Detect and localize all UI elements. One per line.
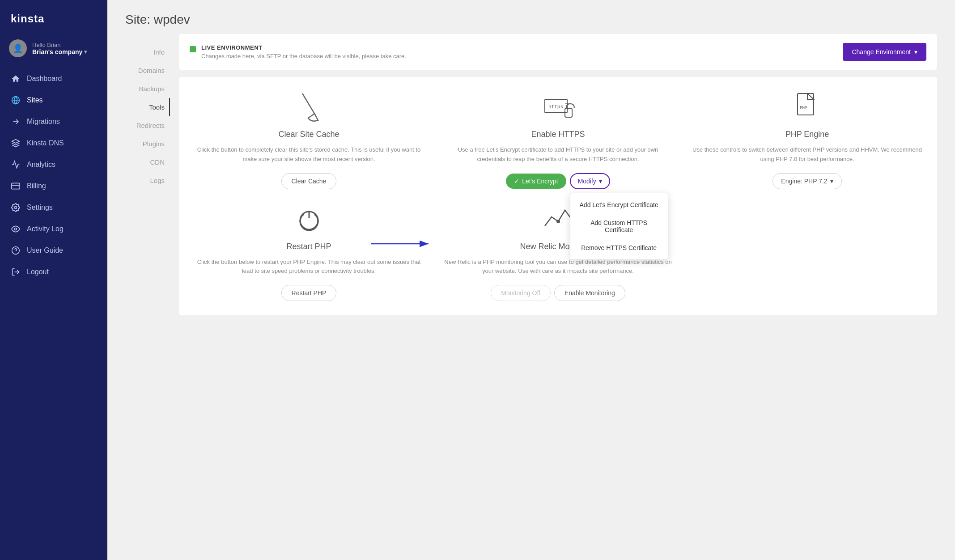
broom-icon [296,91,323,123]
main-nav: Dashboard Sites Migrations Kinsta DNS An… [0,68,107,560]
letsencrypt-button[interactable]: ✓ Let's Encrypt [506,174,566,189]
clear-cache-title: Clear Site Cache [278,130,339,139]
php-file-icon: PHP [794,91,821,123]
eye-icon [11,224,21,234]
clear-cache-desc: Click the button to completely clear thi… [194,145,424,164]
restart-php-button[interactable]: Restart PHP [281,285,337,301]
power-icon [296,204,323,235]
change-environment-button[interactable]: Change Environment ▾ [843,43,926,61]
cards-wrapper: LIVE ENVIRONMENT Changes made here, via … [179,34,937,315]
content-area: Info Domains Backups Tools Redirects Plu… [107,34,955,333]
logout-icon [11,267,21,277]
php-engine-actions: Engine: PHP 7.2 ▾ [772,173,841,189]
svg-text:PHP: PHP [800,106,807,110]
svg-line-8 [302,93,316,116]
dropdown-item-custom-https[interactable]: Add Custom HTTPS Certificate [570,214,668,239]
subnav-item-cdn[interactable]: CDN [125,153,170,171]
enable-monitoring-button[interactable]: Enable Monitoring [554,285,625,301]
sidebar-item-dashboard[interactable]: Dashboard [0,68,107,89]
tools-grid: Clear Site Cache Click the button to com… [190,91,926,301]
new-relic-desc: New Relic is a PHP monitoring tool you c… [443,258,673,276]
user-profile[interactable]: 👤 Hello Brian Brian's company ▾ [0,34,107,68]
dropdown-item-remove-https[interactable]: Remove HTTPS Certificate [570,239,668,257]
php-engine-desc: Use these controls to switch between dif… [692,145,922,164]
main-content: Site: wpdev Info Domains Backups Tools R… [107,0,955,560]
modify-dropdown-container: Modify ▾ Add Let's Encrypt Certificate A… [570,173,610,189]
chevron-down-icon: ▾ [914,48,917,55]
page-title: Site: wpdev [107,0,955,34]
env-info: LIVE ENVIRONMENT Changes made here, via … [190,44,406,59]
enable-https-actions: ✓ Let's Encrypt Modify ▾ Add Let's Encry… [506,173,610,189]
php-engine-button[interactable]: Engine: PHP 7.2 ▾ [772,173,841,189]
svg-rect-1 [12,183,20,189]
check-icon: ✓ [514,178,519,185]
clear-cache-card: Clear Site Cache Click the button to com… [190,91,428,189]
globe-icon [11,95,21,105]
enable-https-title: Enable HTTPS [531,130,585,139]
avatar: 👤 [9,39,27,57]
monitoring-icon [543,204,574,235]
restart-php-title: Restart PHP [286,242,331,251]
subnav-item-domains[interactable]: Domains [125,61,170,80]
gear-icon [11,203,21,212]
chart-icon [11,160,21,170]
tools-container: Clear Site Cache Click the button to com… [179,77,937,315]
user-company: Brian's company ▾ [32,48,98,55]
php-engine-card: PHP PHP Engine Use these controls to swi… [688,91,926,189]
subnav-item-redirects[interactable]: Redirects [125,116,170,135]
sidebar-item-activity-log[interactable]: Activity Log [0,218,107,240]
env-description: Changes made here, via SFTP or the datab… [201,53,406,59]
chevron-down-icon: ▾ [830,178,833,185]
sidebar-item-billing[interactable]: Billing [0,175,107,197]
dropdown-item-letsencrypt[interactable]: Add Let's Encrypt Certificate [570,196,668,214]
subnav-item-tools[interactable]: Tools [125,98,170,116]
sidebar-item-logout[interactable]: Logout [0,261,107,283]
subnav-item-plugins[interactable]: Plugins [125,135,170,153]
svg-point-3 [15,207,17,209]
brand-logo: kinsta [0,0,107,34]
subnav-item-backups[interactable]: Backups [125,80,170,98]
restart-php-actions: Restart PHP [281,285,337,301]
chevron-down-icon: ▾ [84,49,87,55]
restart-php-card: Restart PHP Click the button below to re… [190,204,428,301]
subnav-item-logs[interactable]: Logs [125,171,170,190]
svg-text:https: https [548,104,563,110]
monitoring-off-button[interactable]: Monitoring Off [491,285,551,301]
user-info: Hello Brian Brian's company ▾ [32,42,98,55]
php-engine-title: PHP Engine [785,130,829,139]
enable-https-desc: Use a free Let's Encrypt certificate to … [443,145,673,164]
subnav-item-info[interactable]: Info [125,43,170,61]
sidebar-item-settings[interactable]: Settings [0,197,107,218]
arrow-right-icon [11,117,21,127]
sidebar: kinsta 👤 Hello Brian Brian's company ▾ D… [0,0,107,560]
sidebar-item-kinsta-dns[interactable]: Kinsta DNS [0,132,107,154]
svg-point-17 [557,220,560,223]
svg-point-4 [15,228,17,230]
env-banner: LIVE ENVIRONMENT Changes made here, via … [179,34,937,70]
sidebar-item-sites[interactable]: Sites [0,89,107,111]
modify-button[interactable]: Modify ▾ [570,173,610,189]
user-greeting: Hello Brian [32,42,98,48]
sub-nav: Info Domains Backups Tools Redirects Plu… [125,34,170,315]
clear-cache-actions: Clear Cache [281,173,337,189]
help-icon [11,246,21,255]
sidebar-item-migrations[interactable]: Migrations [0,111,107,132]
dns-icon [11,138,21,148]
env-label: LIVE ENVIRONMENT [201,44,406,51]
sidebar-item-analytics[interactable]: Analytics [0,154,107,175]
env-dot [190,46,196,52]
card-icon [11,181,21,191]
restart-php-desc: Click the button below to restart your P… [194,258,424,276]
home-icon [11,74,21,84]
chevron-down-icon: ▾ [599,178,602,185]
sidebar-item-user-guide[interactable]: User Guide [0,240,107,261]
https-icon: https — [540,91,576,123]
new-relic-actions: Monitoring Off Enable Monitoring [491,285,625,301]
https-dropdown-menu: Add Let's Encrypt Certificate Add Custom… [570,193,668,260]
enable-https-card: https — Enable HTTPS Use a free Let's En… [439,91,677,189]
clear-cache-button[interactable]: Clear Cache [281,173,337,189]
